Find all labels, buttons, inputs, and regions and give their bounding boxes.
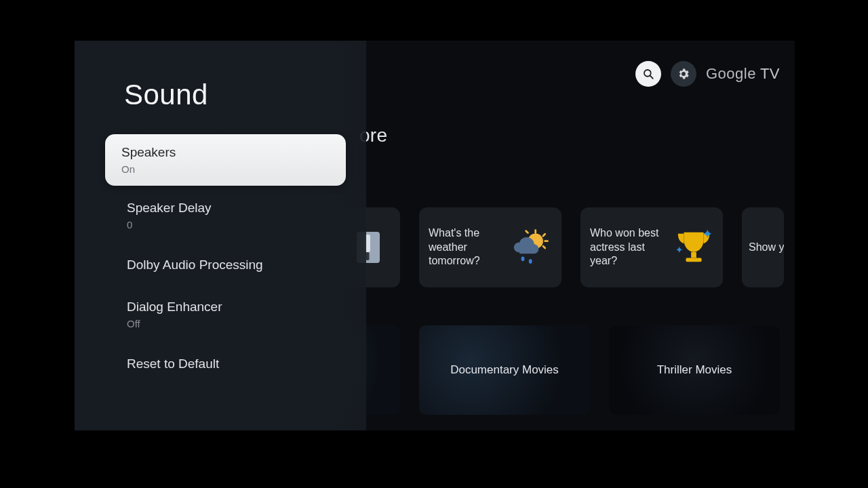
svg-line-1 <box>650 76 653 79</box>
category-card-thriller[interactable]: Thriller Movies <box>609 325 780 415</box>
panel-title: Sound <box>124 79 346 111</box>
svg-line-7 <box>543 234 545 236</box>
svg-rect-13 <box>691 252 696 258</box>
trophy-icon <box>674 228 713 267</box>
svg-rect-4 <box>366 252 370 260</box>
search-icon <box>642 68 654 80</box>
assistant-card-text: What's the weather tomorrow? <box>429 226 503 268</box>
menu-item-speaker-delay[interactable]: Speaker Delay 0 <box>112 191 346 240</box>
brand-text-tv: TV <box>760 65 780 83</box>
menu-item-label: Reset to Default <box>127 357 331 372</box>
search-button[interactable] <box>635 61 661 87</box>
menu-item-dolby[interactable]: Dolby Audio Processing <box>112 245 346 285</box>
menu-item-label: Dialog Enhancer <box>127 300 331 315</box>
assistant-card[interactable]: Show yoga <box>742 207 784 287</box>
brand-logo: Google TV <box>706 65 780 83</box>
svg-rect-14 <box>686 258 701 262</box>
category-label: Documentary Movies <box>450 363 559 377</box>
menu-item-label: Speakers <box>121 145 330 161</box>
assistant-card-weather[interactable]: What's the weather tomorrow? <box>419 207 561 287</box>
assistant-card-trophy[interactable]: Who won best actress last year? <box>580 207 723 287</box>
settings-menu: Speakers On Speaker Delay 0 Dolby Audio … <box>105 134 346 384</box>
gear-icon <box>677 67 690 81</box>
weather-icon <box>513 228 552 267</box>
menu-item-value: Off <box>127 318 331 329</box>
assistant-card-text: Who won best actress last year? <box>590 226 665 268</box>
brand-text-google: Google <box>706 65 756 83</box>
menu-item-speakers[interactable]: Speakers On <box>105 134 346 186</box>
menu-item-label: Speaker Delay <box>127 201 331 216</box>
svg-line-10 <box>526 231 528 233</box>
category-card-documentary[interactable]: Documentary Movies <box>419 325 590 415</box>
menu-item-label: Dolby Audio Processing <box>127 258 331 273</box>
settings-panel: Sound Speakers On Speaker Delay 0 Dolby … <box>75 41 366 430</box>
svg-point-11 <box>521 256 525 261</box>
svg-line-9 <box>543 246 545 248</box>
svg-marker-16 <box>676 247 682 253</box>
menu-item-reset[interactable]: Reset to Default <box>112 344 346 384</box>
menu-item-value: 0 <box>127 219 331 230</box>
assistant-card-text: Show yoga <box>749 241 783 255</box>
svg-point-12 <box>529 259 532 264</box>
top-bar: Google TV <box>635 61 780 87</box>
settings-button[interactable] <box>671 61 696 87</box>
menu-item-dialog-enhancer[interactable]: Dialog Enhancer Off <box>112 290 346 339</box>
category-label: Thriller Movies <box>657 363 732 377</box>
menu-item-value: On <box>121 163 330 175</box>
